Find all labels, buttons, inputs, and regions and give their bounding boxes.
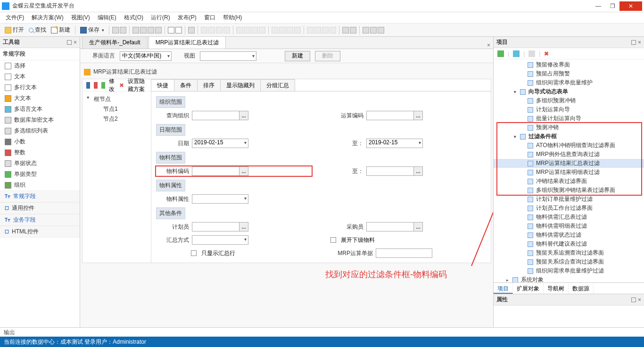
restore-button[interactable]: ❐ bbox=[605, 1, 619, 11]
project-tree-item[interactable]: ▸系统对象 bbox=[494, 275, 644, 282]
tab-default[interactable]: 生产领料单-_Default bbox=[82, 36, 148, 49]
spacing-icon[interactable] bbox=[294, 27, 301, 33]
tool-icon[interactable] bbox=[132, 27, 139, 33]
projtab-datasource[interactable]: 数据源 bbox=[569, 283, 594, 294]
toolbox-item[interactable]: 选择 bbox=[0, 60, 80, 71]
tool-icon[interactable] bbox=[140, 27, 147, 33]
project-tree-item[interactable]: 物料替代建议表过滤 bbox=[494, 240, 644, 248]
misc-icon[interactable] bbox=[363, 27, 369, 33]
project-tree-item[interactable]: ▾过滤条件框 bbox=[494, 132, 644, 141]
tool-icon[interactable] bbox=[148, 27, 154, 33]
projtab-extobj[interactable]: 扩展对象 bbox=[513, 283, 544, 294]
align-icon[interactable] bbox=[259, 27, 265, 33]
align-icon[interactable] bbox=[208, 27, 215, 33]
redo-icon[interactable] bbox=[175, 27, 182, 33]
align-icon[interactable] bbox=[216, 27, 223, 33]
project-tree-item[interactable]: 计划运算向导 bbox=[494, 105, 644, 114]
project-tree-item[interactable]: 计划订单批量维护过滤 bbox=[494, 195, 644, 204]
buyer-input[interactable] bbox=[366, 222, 423, 231]
minimize-button[interactable]: — bbox=[591, 1, 605, 11]
pin-icon[interactable] bbox=[631, 40, 636, 45]
material-code-to-input[interactable] bbox=[366, 166, 423, 176]
toolbox-item[interactable]: 文本 bbox=[0, 71, 80, 82]
find-button[interactable]: 查找 bbox=[27, 25, 48, 35]
subbar-delete-button[interactable]: 删除 bbox=[315, 51, 340, 61]
project-tree-item[interactable]: 预留占用预警 bbox=[494, 69, 644, 78]
spacing-icon[interactable] bbox=[279, 27, 286, 33]
add-icon[interactable] bbox=[497, 50, 504, 57]
plan-code-input[interactable] bbox=[366, 111, 423, 120]
mrp-sheet-input[interactable] bbox=[376, 248, 432, 258]
spacing-icon[interactable] bbox=[272, 27, 278, 33]
project-tree-item[interactable]: 预留关系综合查询过滤界面 bbox=[494, 257, 644, 266]
close-icon[interactable]: × bbox=[74, 39, 77, 46]
project-tree-item[interactable]: ▾向导式动态表单 bbox=[494, 87, 644, 96]
menu-format[interactable]: 格式(O) bbox=[121, 13, 146, 23]
toolbox-category[interactable]: ☐HTML控件 bbox=[0, 226, 80, 238]
toolbox-item[interactable]: 多选组织列表 bbox=[0, 125, 80, 136]
project-tree-item[interactable]: MRP运算结果明细表过滤 bbox=[494, 168, 644, 177]
project-tree-item[interactable]: MRP运算结果汇总表过滤 bbox=[494, 159, 644, 168]
tab-columns[interactable]: 显示隐藏列 bbox=[220, 79, 261, 91]
copy-icon[interactable] bbox=[528, 50, 535, 57]
project-tree-item[interactable]: 物料供需明细表过滤 bbox=[494, 222, 644, 231]
tree-node[interactable]: 节点1 bbox=[87, 104, 146, 114]
subbar-new-button[interactable]: 新建 bbox=[285, 51, 310, 61]
align-icon[interactable] bbox=[244, 27, 250, 33]
menu-file[interactable]: 文件(F) bbox=[3, 13, 27, 23]
tab-sort[interactable]: 排序 bbox=[197, 79, 221, 91]
set-hidden-scheme-button[interactable]: 设置隐藏方案 bbox=[128, 77, 147, 93]
undo-icon[interactable] bbox=[168, 27, 174, 33]
projtab-navtree[interactable]: 导航树 bbox=[544, 283, 569, 294]
menu-edit[interactable]: 编辑(E) bbox=[95, 13, 119, 23]
toolbox-category[interactable]: Tᴛ常规字段 bbox=[0, 190, 80, 202]
spacing-icon[interactable] bbox=[330, 27, 336, 33]
close-icon[interactable]: × bbox=[638, 297, 641, 303]
project-tree-item[interactable]: 预留修改界面 bbox=[494, 60, 644, 69]
delete-icon[interactable]: ✖ bbox=[544, 50, 549, 57]
date-to-input[interactable]: 2019-02-15 bbox=[366, 139, 423, 148]
tab-group[interactable]: 分组汇总 bbox=[260, 79, 295, 91]
query-org-input[interactable] bbox=[192, 111, 248, 120]
misc-icon[interactable] bbox=[378, 27, 384, 33]
project-tree-item[interactable]: 预留关系追溯查询过滤界面 bbox=[494, 248, 644, 257]
menu-publish[interactable]: 发布(P) bbox=[175, 13, 199, 23]
only-summary-checkbox[interactable] bbox=[191, 250, 197, 256]
menu-view[interactable]: 视图(V) bbox=[68, 13, 93, 23]
pin-icon[interactable] bbox=[631, 297, 636, 302]
project-tree-item[interactable]: 组织间需求单批量维护过滤 bbox=[494, 266, 644, 275]
tab-mrp-filter[interactable]: MRP运算结果汇总表过滤 bbox=[149, 36, 226, 49]
copy-icon[interactable] bbox=[101, 82, 105, 89]
tree-root[interactable]: 根节点 bbox=[87, 94, 146, 104]
toolbox-item[interactable]: 单据类型 bbox=[0, 169, 80, 180]
align-icon[interactable] bbox=[223, 27, 230, 33]
toolbox-item[interactable]: 多语言文本 bbox=[0, 104, 80, 115]
project-tree-item[interactable]: 预测冲销 bbox=[494, 123, 644, 132]
toolbox-category[interactable]: ☐通用控件 bbox=[0, 202, 80, 214]
menu-run[interactable]: 运行(R) bbox=[148, 13, 173, 23]
tool-icon[interactable] bbox=[188, 27, 195, 33]
toolbox-item[interactable]: 数据库加密文本 bbox=[0, 115, 80, 125]
planner-input[interactable] bbox=[192, 222, 248, 231]
pin-icon[interactable] bbox=[67, 40, 72, 45]
menu-solution[interactable]: 解决方案(W) bbox=[29, 13, 66, 23]
spacing-icon[interactable] bbox=[314, 27, 321, 33]
close-icon[interactable]: × bbox=[638, 39, 641, 46]
summary-mode-input[interactable] bbox=[192, 235, 248, 245]
refresh-icon[interactable] bbox=[513, 50, 520, 57]
toolbox-item[interactable]: 大文本 bbox=[0, 93, 80, 104]
close-button[interactable]: ✕ bbox=[619, 1, 642, 11]
toolbox-item[interactable]: 多行文本 bbox=[0, 82, 80, 93]
open-button[interactable]: 打开 bbox=[3, 25, 26, 35]
tab-quick[interactable]: 快捷 bbox=[151, 79, 174, 91]
project-tree-item[interactable]: 多组织预测冲销结果表过滤界面 bbox=[494, 186, 644, 195]
tool-icon[interactable] bbox=[120, 27, 126, 33]
project-tree-item[interactable]: ATO物料冲销明细查询过滤界面 bbox=[494, 141, 644, 150]
tool-icon[interactable] bbox=[155, 27, 162, 33]
new-button[interactable]: 新建 bbox=[49, 25, 72, 35]
toolbox-item[interactable]: 整数 bbox=[0, 147, 80, 158]
project-tree-item[interactable]: 冲销结果表过滤界面 bbox=[494, 177, 644, 186]
project-tree[interactable]: 预留修改界面预留占用预警组织间需求单批量维护▾向导式动态表单多组织预测冲销计划运… bbox=[494, 59, 644, 282]
order-icon[interactable] bbox=[350, 27, 356, 33]
misc-icon[interactable] bbox=[370, 27, 377, 33]
